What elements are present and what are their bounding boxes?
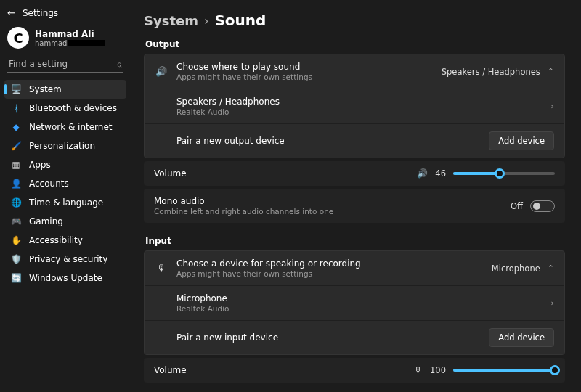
choose-input-value: Microphone [492,264,540,274]
nav-label: Accounts [29,179,69,189]
nav-icon: ᚼ [10,103,22,113]
choose-input-title: Choose a device for speaking or recordin… [176,258,483,269]
output-device-title: Speakers / Headphones [176,97,543,107]
nav-label: Time & language [29,197,103,208]
sidebar-item-gaming[interactable]: 🎮Gaming [4,212,126,231]
output-volume-row: Volume 🔊 46 [144,161,565,186]
avatar: C [7,27,29,49]
choose-output-sub: Apps might have their own settings [176,73,433,81]
sidebar-item-bluetooth-devices[interactable]: ᚼBluetooth & devices [4,99,126,118]
mono-audio-sub: Combine left and right audio channels in… [154,207,502,216]
chevron-up-icon: ⌃ [548,264,554,273]
output-device-sub: Realtek Audio [176,107,543,116]
chevron-right-icon: › [204,14,208,28]
output-device-row[interactable]: Speakers / Headphones Realtek Audio › [145,89,564,123]
chevron-right-icon: › [551,102,554,111]
nav-label: Personalization [29,141,95,151]
breadcrumb-root[interactable]: System [144,13,198,28]
nav-label: Bluetooth & devices [29,103,117,113]
sidebar-item-windows-update[interactable]: 🔄Windows Update [4,269,126,287]
input-volume-slider[interactable] [453,369,555,372]
input-volume-row: Volume 🎙 100 [144,358,565,383]
sidebar-item-network-internet[interactable]: ◆Network & internet [4,118,126,136]
nav-label: Privacy & security [29,254,107,264]
input-device-sub: Realtek Audio [176,304,543,313]
input-device-card: 🎙 Choose a device for speaking or record… [144,250,565,355]
nav-icon: 🔄 [10,273,22,283]
pair-input-title: Pair a new input device [176,332,480,343]
input-volume-label: Volume [154,365,405,375]
sidebar-item-apps[interactable]: ▦Apps [4,155,126,174]
user-email: hammad [35,39,105,47]
nav-icon: 👤 [10,179,22,189]
nav-icon: 🌐 [10,197,22,208]
microphone-icon: 🎙 [155,263,168,274]
input-volume-value: 100 [430,365,446,375]
microphone-icon[interactable]: 🎙 [414,365,423,375]
sidebar-item-accounts[interactable]: 👤Accounts [4,174,126,193]
nav-list: 🖥️SystemᚼBluetooth & devices◆Network & i… [4,80,126,287]
back-icon[interactable]: ← [7,7,15,18]
chevron-up-icon: ⌃ [548,67,554,76]
output-device-card: 🔊 Choose where to play sound Apps might … [144,54,565,158]
input-device-row[interactable]: Microphone Realtek Audio › [145,285,564,320]
mono-audio-row[interactable]: Mono audio Combine left and right audio … [144,189,565,223]
pair-input-row: Pair a new input device Add device [145,320,564,354]
mono-audio-toggle[interactable] [530,200,555,212]
nav-label: System [29,84,62,94]
output-volume-label: Volume [154,168,408,179]
choose-output-row[interactable]: 🔊 Choose where to play sound Apps might … [145,54,564,89]
choose-output-title: Choose where to play sound [176,62,433,72]
page-title: Sound [214,12,266,29]
nav-icon: 🖥️ [10,84,22,94]
add-output-device-button[interactable]: Add device [489,131,554,150]
input-section-title: Input [145,236,565,246]
nav-icon: 🛡️ [10,254,22,264]
mono-audio-title: Mono audio [154,196,502,206]
nav-icon: ✋ [10,235,22,245]
nav-icon: 🎮 [10,216,22,226]
mono-audio-state: Off [511,201,523,211]
user-account[interactable]: C Hammad Ali hammad [4,23,126,56]
choose-input-row[interactable]: 🎙 Choose a device for speaking or record… [145,251,564,285]
nav-label: Network & internet [29,122,113,132]
breadcrumb: System › Sound [144,12,565,29]
choose-output-value: Speakers / Headphones [442,67,540,77]
nav-label: Apps [29,160,51,170]
sidebar-item-personalization[interactable]: 🖌️Personalization [4,136,126,155]
output-volume-value: 46 [435,168,446,179]
user-name: Hammad Ali [35,29,105,39]
sidebar-item-privacy-security[interactable]: 🛡️Privacy & security [4,250,126,269]
search-box[interactable]: ⌕ [7,56,123,73]
nav-label: Windows Update [29,273,102,283]
speaker-icon[interactable]: 🔊 [417,168,428,179]
output-section-title: Output [145,39,565,49]
main-content: System › Sound Output 🔊 Choose where to … [131,0,581,392]
sidebar-item-time-language[interactable]: 🌐Time & language [4,193,126,212]
app-title: Settings [23,8,58,18]
output-volume-slider[interactable] [453,172,555,175]
pair-output-row: Pair a new output device Add device [145,123,564,158]
search-icon: ⌕ [117,59,122,69]
add-input-device-button[interactable]: Add device [489,328,554,347]
nav-label: Accessibility [29,235,83,245]
nav-icon: ▦ [10,160,22,170]
input-device-title: Microphone [176,293,543,303]
nav-label: Gaming [29,216,63,226]
nav-icon: 🖌️ [10,141,22,151]
pair-output-title: Pair a new output device [176,136,480,146]
sidebar-item-system[interactable]: 🖥️System [4,80,126,99]
sidebar-item-accessibility[interactable]: ✋Accessibility [4,231,126,250]
sidebar: ← Settings C Hammad Ali hammad ⌕ 🖥️Syste… [0,0,131,392]
chevron-right-icon: › [551,298,554,308]
search-input[interactable] [9,59,117,69]
speaker-icon: 🔊 [155,66,168,77]
choose-input-sub: Apps might have their own settings [176,269,483,278]
nav-icon: ◆ [10,122,22,132]
